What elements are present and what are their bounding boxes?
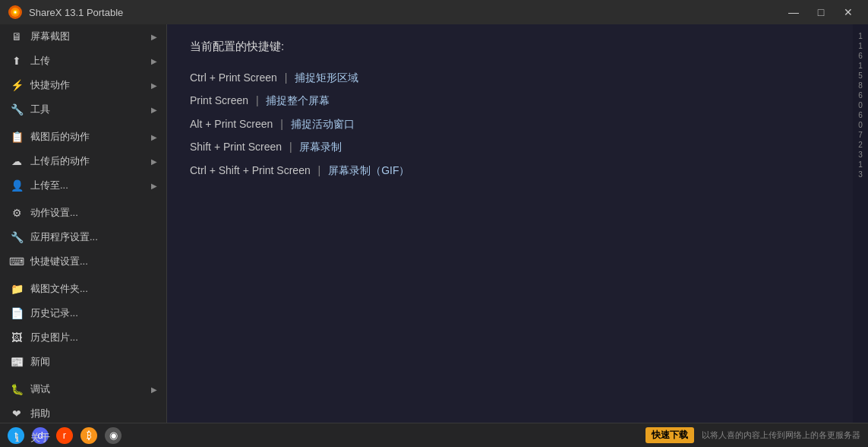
right-number-10: 7 [853, 131, 868, 139]
appsettings-icon: 🔧 [9, 230, 24, 245]
aftercapture-icon: 📋 [9, 129, 24, 144]
sidebar-item-capturefolder[interactable]: 📁截图文件夹... [0, 277, 166, 301]
hotkey-desc-1: 捕捉整个屏幕 [266, 94, 330, 106]
hotkey-sep-3: | [286, 141, 295, 153]
sidebar-label-upload: 上传 [30, 54, 145, 68]
hotkey-row-4: Ctrl + Shift + Print Screen | 屏幕录制（GIF） [190, 162, 830, 179]
right-number-7: 0 [853, 101, 868, 109]
right-numbers: 116158606072313 [853, 24, 868, 423]
sidebar-item-screenshot[interactable]: 🖥屏幕截图▶ [0, 24, 166, 49]
close-button[interactable]: ✕ [836, 5, 860, 20]
hotkey-sep-4: | [315, 164, 324, 176]
upload-icon: ⬆ [9, 53, 24, 68]
hotkey-sep-1: | [253, 94, 261, 106]
hotkey-desc-3: 屏幕录制 [299, 141, 342, 153]
titlebar-left: ShareX 13.1 Portable [8, 5, 123, 20]
minimize-button[interactable]: — [781, 5, 806, 20]
hotkey-key-1: Print Screen [190, 94, 248, 106]
arrow-icon-upload: ▶ [151, 57, 157, 65]
status-text: 以将人喜的内容上传到网络上的各更服务器 [702, 430, 860, 441]
sidebar-label-history: 历史记录... [30, 306, 157, 320]
debug-icon: 🐛 [9, 382, 24, 397]
hotkey-key-2: Alt + Print Screen [190, 118, 273, 130]
sidebar-item-afterupload[interactable]: ☁上传后的动作▶ [0, 149, 166, 173]
arrow-icon-debug: ▶ [151, 385, 157, 394]
right-number-9: 0 [853, 121, 868, 129]
right-number-2: 6 [853, 52, 868, 60]
right-number-4: 5 [853, 71, 868, 80]
maximize-button[interactable]: □ [809, 5, 833, 20]
sidebar-item-news[interactable]: 📰新闻 [0, 350, 166, 374]
imagehistory-icon: 🖼 [9, 330, 24, 345]
sidebar-label-actionsettings: 动作设置... [30, 206, 157, 220]
arrow-icon-aftercapture: ▶ [151, 133, 157, 141]
titlebar-title: ShareX 13.1 Portable [29, 7, 123, 18]
right-number-5: 8 [853, 81, 868, 90]
sidebar-item-uploadto[interactable]: 👤上传至...▶ [0, 173, 166, 198]
sidebar-label-afterupload: 上传后的动作 [30, 154, 145, 168]
quickactions-icon: ⚡ [9, 78, 24, 93]
arrow-icon-afterupload: ▶ [151, 157, 157, 166]
right-number-12: 3 [853, 151, 868, 159]
right-number-14: 3 [853, 170, 868, 179]
hotkey-key-3: Shift + Print Screen [190, 141, 282, 153]
arrow-icon-tools: ▶ [151, 106, 157, 114]
hotkeys-title: 当前配置的快捷键: [190, 40, 830, 54]
sidebar-label-tools: 工具 [30, 103, 145, 116]
right-number-1: 1 [853, 42, 868, 50]
sidebar-label-uploadto: 上传至... [30, 179, 145, 192]
hotkey-row-2: Alt + Print Screen | 捕捉活动窗口 [190, 116, 830, 132]
about-icon: ℹ [9, 430, 24, 445]
sidebar-item-history[interactable]: 📄历史记录... [0, 301, 166, 325]
actionsettings-icon: ⚙ [9, 205, 24, 220]
sidebar-label-quickactions: 快捷动作 [30, 78, 145, 92]
hotkey-key-4: Ctrl + Shift + Print Screen [190, 164, 311, 176]
hotkeysettings-icon: ⌨ [9, 254, 24, 269]
sidebar-item-appsettings[interactable]: 🔧应用程序设置... [0, 225, 166, 249]
sidebar-label-imagehistory: 历史图片... [30, 331, 157, 344]
sidebar-label-debug: 调试 [30, 382, 145, 396]
sidebar-item-upload[interactable]: ⬆上传▶ [0, 49, 166, 73]
download-badge[interactable]: 快速下载 [645, 427, 694, 443]
sidebar-label-screenshot: 屏幕截图 [30, 30, 145, 43]
main-layout: 🖥屏幕截图▶⬆上传▶⚡快捷动作▶🔧工具▶📋截图后的动作▶☁上传后的动作▶👤上传至… [0, 24, 868, 423]
hotkey-sep-2: | [277, 118, 286, 130]
sidebar-item-aftercapture[interactable]: 📋截图后的动作▶ [0, 125, 166, 149]
right-number-3: 1 [853, 62, 868, 70]
tools-icon: 🔧 [9, 102, 24, 117]
sidebar-item-tools[interactable]: 🔧工具▶ [0, 97, 166, 122]
capturefolder-icon: 📁 [9, 281, 24, 296]
sidebar-item-imagehistory[interactable]: 🖼历史图片... [0, 325, 166, 350]
titlebar: ShareX 13.1 Portable — □ ✕ [0, 0, 868, 24]
uploadto-icon: 👤 [9, 178, 24, 193]
sidebar-item-about[interactable]: ℹ关于 [0, 426, 166, 447]
news-icon: 📰 [9, 354, 24, 369]
hotkey-desc-4: 屏幕录制（GIF） [328, 164, 409, 176]
hotkey-row-3: Shift + Print Screen | 屏幕录制 [190, 138, 830, 155]
sidebar-item-hotkeysettings[interactable]: ⌨快捷键设置... [0, 249, 166, 274]
sidebar-label-aftercapture: 截图后的动作 [30, 130, 145, 144]
hotkey-desc-2: 捕捉活动窗口 [291, 118, 355, 130]
sidebar-item-quickactions[interactable]: ⚡快捷动作▶ [0, 73, 166, 97]
arrow-icon-quickactions: ▶ [151, 81, 157, 90]
sidebar-label-hotkeysettings: 快捷键设置... [30, 255, 157, 268]
history-icon: 📄 [9, 306, 24, 321]
sidebar-item-donate[interactable]: ❤捐助 [0, 401, 166, 426]
sidebar-label-donate: 捐助 [30, 407, 157, 420]
sidebar-label-about: 关于 [30, 431, 157, 445]
hotkey-desc-0: 捕捉矩形区域 [295, 71, 358, 84]
screenshot-icon: 🖥 [9, 29, 24, 44]
arrow-icon-uploadto: ▶ [151, 182, 157, 190]
sidebar-item-actionsettings[interactable]: ⚙动作设置... [0, 201, 166, 225]
arrow-icon-screenshot: ▶ [151, 33, 157, 41]
right-number-11: 2 [853, 141, 868, 149]
sidebar: 🖥屏幕截图▶⬆上传▶⚡快捷动作▶🔧工具▶📋截图后的动作▶☁上传后的动作▶👤上传至… [0, 24, 167, 423]
sidebar-label-news: 新闻 [30, 355, 157, 369]
titlebar-controls: — □ ✕ [781, 5, 860, 20]
hotkey-list: Ctrl + Print Screen | 捕捉矩形区域Print Screen… [190, 69, 830, 179]
content-area: 当前配置的快捷键: Ctrl + Print Screen | 捕捉矩形区域Pr… [167, 24, 853, 423]
sidebar-label-capturefolder: 截图文件夹... [30, 282, 157, 296]
sidebar-item-debug[interactable]: 🐛调试▶ [0, 377, 166, 401]
hotkey-row-1: Print Screen | 捕捉整个屏幕 [190, 92, 830, 109]
app-icon [8, 5, 23, 20]
